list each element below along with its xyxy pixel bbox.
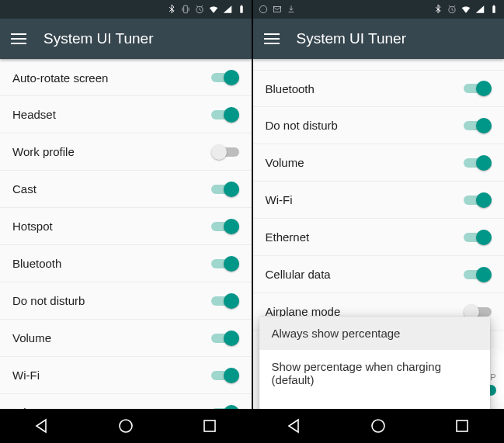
svg-rect-12 (457, 421, 468, 431)
row-label: Hotspot (12, 220, 53, 233)
nav-home-button[interactable] (116, 417, 135, 435)
toggle-switch[interactable] (211, 368, 239, 383)
settings-list: BluetoothDo not disturbVolumeWi-FiEthern… (253, 59, 505, 409)
row-label: Do not disturb (266, 119, 338, 132)
phone-right: System UI Tuner BluetoothDo not disturbV… (253, 0, 505, 443)
svg-rect-10 (493, 5, 495, 6)
toggle-switch[interactable] (464, 230, 492, 245)
svg-point-6 (259, 5, 266, 12)
appbar-title: System UI Tuner (297, 30, 407, 47)
setting-row[interactable]: Volume (253, 144, 505, 182)
notif-mail-icon (272, 4, 283, 15)
status-bar (253, 0, 505, 19)
signal-icon (474, 4, 485, 15)
setting-row[interactable]: Cast (0, 171, 252, 208)
row-label: Work profile (12, 145, 75, 158)
toggle-switch[interactable] (211, 256, 239, 272)
setting-row[interactable]: Headset (0, 96, 252, 133)
row-label: Wi-Fi (12, 369, 40, 382)
setting-row[interactable]: Bluetooth (253, 70, 505, 107)
row-label: Volume (12, 331, 51, 344)
row-label: Bluetooth (266, 82, 315, 95)
battery-icon (236, 4, 247, 15)
app-bar: System UI Tuner (0, 19, 252, 59)
alarm-icon (447, 4, 457, 15)
battery-percentage-popup: Always show percentage Show percentage w… (259, 317, 491, 409)
toggle-switch[interactable] (211, 293, 239, 309)
setting-row[interactable]: Auto-rotate screen (0, 59, 252, 96)
nav-recents-button[interactable] (200, 417, 219, 435)
row-label: Cast (12, 182, 36, 196)
nav-recents-button[interactable] (453, 417, 471, 435)
toggle-switch[interactable] (464, 192, 492, 208)
nav-back-button[interactable] (285, 417, 304, 435)
menu-item-show-when-charging[interactable]: Show percentage when charging (default) (259, 350, 491, 396)
svg-rect-3 (240, 5, 242, 6)
menu-item-dont-show[interactable]: Don't show this icon (259, 396, 491, 409)
setting-row[interactable]: Wi-Fi (253, 182, 505, 219)
svg-rect-2 (240, 6, 243, 13)
row-label: Auto-rotate screen (12, 71, 108, 85)
nav-bar (0, 409, 252, 443)
toggle-switch[interactable] (211, 144, 239, 160)
status-bar (0, 0, 252, 19)
bluetooth-icon (433, 4, 443, 15)
notif-download-icon (286, 4, 297, 15)
phone-left: System UI Tuner Auto-rotate screenHeadse… (0, 0, 253, 443)
row-label: Bluetooth (12, 257, 61, 270)
toggle-switch[interactable] (464, 267, 492, 282)
row-label: Do not disturb (12, 294, 85, 307)
menu-item-always-show[interactable]: Always show percentage (259, 317, 491, 350)
row-label: Wi-Fi (266, 193, 293, 206)
svg-rect-7 (273, 7, 280, 12)
toggle-switch[interactable] (211, 107, 239, 123)
alarm-icon (194, 4, 205, 15)
bluetooth-icon (166, 4, 177, 15)
wifi-icon (461, 4, 471, 15)
vibrate-icon (180, 4, 191, 15)
svg-rect-5 (204, 421, 215, 431)
hamburger-icon[interactable] (264, 31, 280, 47)
toggle-switch[interactable] (464, 155, 492, 171)
setting-row[interactable]: Hotspot (0, 208, 252, 245)
toggle-switch[interactable] (464, 81, 492, 96)
setting-row[interactable]: Do not disturb (0, 282, 252, 320)
wifi-icon (208, 4, 219, 15)
toggle-switch[interactable] (464, 118, 492, 133)
setting-row[interactable]: Cellular data (253, 256, 505, 293)
setting-row[interactable]: Ethernet (0, 394, 252, 409)
setting-row[interactable]: Bluetooth (0, 245, 252, 282)
toggle-switch[interactable] (211, 331, 239, 346)
setting-row[interactable]: Wi-Fi (0, 357, 252, 394)
nav-bar (253, 409, 505, 443)
nav-home-button[interactable] (369, 417, 388, 435)
setting-row[interactable]: Work profile (0, 133, 252, 171)
svg-point-11 (372, 420, 384, 432)
svg-rect-9 (492, 6, 495, 13)
setting-row[interactable]: Volume (0, 320, 252, 357)
toggle-switch[interactable] (211, 219, 239, 234)
signal-icon (222, 4, 233, 15)
toggle-switch[interactable] (211, 70, 239, 85)
battery-icon (488, 4, 499, 15)
toggle-switch[interactable] (211, 182, 239, 197)
svg-point-4 (120, 420, 132, 432)
setting-row[interactable]: Do not disturb (253, 107, 505, 144)
row-label: Ethernet (12, 406, 57, 409)
toggle-switch[interactable] (211, 405, 239, 410)
row-label: Ethernet (266, 230, 310, 244)
appbar-title: System UI Tuner (43, 30, 154, 47)
row-label: Headset (12, 108, 56, 121)
svg-rect-0 (183, 5, 187, 12)
nav-back-button[interactable] (33, 417, 51, 435)
row-label: Volume (266, 156, 304, 169)
row-label: Cellular data (266, 268, 331, 281)
hamburger-icon[interactable] (11, 31, 26, 47)
settings-list: Auto-rotate screenHeadsetWork profileCas… (0, 59, 252, 409)
app-bar: System UI Tuner (253, 19, 505, 59)
notif-app-icon (258, 4, 269, 15)
setting-row[interactable]: Ethernet (253, 219, 505, 256)
